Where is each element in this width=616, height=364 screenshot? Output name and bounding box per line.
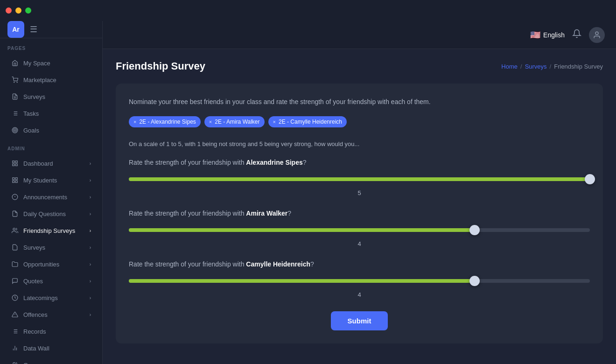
- sidebar-item-tasks[interactable]: Tasks: [4, 105, 98, 121]
- svg-rect-17: [13, 178, 14, 180]
- sidebar-item-label: Quotes: [23, 278, 43, 285]
- slider-track-heidenreich[interactable]: [129, 279, 590, 283]
- hamburger-menu[interactable]: ☰: [30, 24, 37, 35]
- rating-label-sipes: Rate the strength of your friendship wit…: [129, 159, 590, 166]
- rating-block-heidenreich: Rate the strength of your friendship wit…: [129, 260, 590, 298]
- rating-block-sipes: Rate the strength of your friendship wit…: [129, 159, 590, 196]
- slider-fill-heidenreich: [129, 279, 475, 283]
- topbar: 🇺🇸 English: [103, 21, 616, 49]
- sidebar-item-dashboard[interactable]: Dashboard ›: [4, 155, 98, 171]
- slider-wrap-heidenreich: [129, 274, 590, 287]
- close-button[interactable]: [6, 7, 12, 14]
- sidebar-item-records[interactable]: Records: [4, 323, 98, 339]
- sidebar-item-surveys-admin[interactable]: Surveys ›: [4, 239, 98, 255]
- svg-point-11: [14, 129, 17, 132]
- breadcrumb-sep-2: /: [550, 63, 552, 70]
- chevron-right-icon: ›: [90, 245, 91, 250]
- svg-rect-19: [13, 181, 14, 182]
- remove-tag-1[interactable]: ×: [209, 119, 212, 125]
- slider-thumb-sipes[interactable]: [585, 174, 595, 184]
- slider-track-sipes[interactable]: [129, 177, 590, 181]
- survey-card: Nominate your three best friends in your…: [116, 84, 603, 343]
- sidebar-item-groups[interactable]: Groups: [4, 357, 98, 364]
- slider-fill-walker: [129, 228, 475, 232]
- user-avatar[interactable]: [589, 27, 605, 43]
- friend-tag-0[interactable]: × 2E - Alexandrine Sipes: [129, 116, 201, 127]
- chevron-right-icon: ›: [90, 312, 91, 317]
- groups-icon: [11, 361, 19, 364]
- survey-description: Nominate your three best friends in your…: [129, 97, 590, 107]
- sidebar-item-daily-questions[interactable]: Daily Questions ›: [4, 206, 98, 222]
- sidebar-item-surveys[interactable]: Surveys: [4, 89, 98, 105]
- sidebar-item-goals[interactable]: Goals: [4, 122, 98, 138]
- scale-description: On a scale of 1 to 5, with 1 being not s…: [129, 140, 590, 147]
- svg-point-0: [14, 82, 14, 83]
- page-content: Friendship Survey Home / Surveys / Frien…: [103, 49, 616, 364]
- sidebar-item-opportunities[interactable]: Opportunities ›: [4, 256, 98, 272]
- records-icon: [11, 328, 19, 335]
- marketplace-icon: [11, 76, 19, 84]
- chevron-right-icon: ›: [90, 295, 91, 301]
- titlebar: [0, 0, 616, 21]
- sidebar-item-my-students[interactable]: My Students ›: [4, 172, 98, 188]
- breadcrumb-current: Friendship Survey: [554, 63, 603, 70]
- svg-rect-14: [15, 161, 17, 163]
- opportunities-icon: [11, 260, 19, 268]
- surveys-admin-icon: [11, 244, 19, 251]
- friend-tag-1[interactable]: × 2E - Amira Walker: [204, 116, 265, 127]
- slider-thumb-heidenreich[interactable]: [469, 276, 480, 286]
- svg-rect-16: [15, 164, 17, 166]
- slider-thumb-walker[interactable]: [469, 225, 480, 235]
- chevron-right-icon: ›: [90, 279, 91, 284]
- breadcrumb-sep-1: /: [520, 63, 522, 70]
- slider-track-walker[interactable]: [129, 228, 590, 232]
- breadcrumb-surveys[interactable]: Surveys: [525, 63, 547, 70]
- sidebar-item-friendship-surveys[interactable]: Friendship Surveys ›: [4, 223, 98, 238]
- sidebar-item-quotes[interactable]: Quotes ›: [4, 273, 98, 289]
- home-icon: [11, 59, 19, 67]
- svg-point-24: [13, 228, 15, 231]
- svg-point-12: [14, 130, 15, 131]
- language-label: English: [543, 31, 565, 39]
- notifications-bell[interactable]: [572, 29, 581, 41]
- remove-tag-2[interactable]: ×: [273, 119, 276, 125]
- svg-rect-20: [15, 181, 17, 182]
- sidebar-item-label: Dashboard: [23, 160, 53, 167]
- sidebar-item-latecomings[interactable]: Latecomings ›: [4, 290, 98, 306]
- sidebar-item-label: Groups: [23, 362, 43, 364]
- students-icon: [11, 176, 19, 184]
- latecomings-icon: [11, 294, 19, 301]
- sidebar-item-offences[interactable]: Offences ›: [4, 307, 98, 322]
- breadcrumb: Home / Surveys / Friendship Survey: [501, 63, 603, 70]
- page-title: Friendship Survey: [116, 60, 205, 72]
- language-selector[interactable]: 🇺🇸 English: [530, 30, 565, 40]
- sidebar-header: Ar ☰: [0, 21, 102, 38]
- rating-block-walker: Rate the strength of your friendship wit…: [129, 210, 590, 247]
- rating-label-heidenreich: Rate the strength of your friendship wit…: [129, 260, 590, 268]
- rating-label-walker: Rate the strength of your friendship wit…: [129, 210, 590, 217]
- sidebar-item-label: Tasks: [23, 110, 39, 117]
- sidebar-item-label: Opportunities: [23, 261, 59, 268]
- flag-icon: 🇺🇸: [530, 30, 540, 40]
- sidebar-item-my-space[interactable]: My Space: [4, 55, 98, 71]
- page-header: Friendship Survey Home / Surveys / Frien…: [116, 60, 603, 72]
- chevron-right-icon: ›: [90, 161, 91, 166]
- slider-wrap-walker: [129, 224, 590, 237]
- sidebar-logo: Ar: [7, 21, 24, 38]
- main-content: 🇺🇸 English Friendship Survey Home / Surv…: [103, 21, 616, 364]
- breadcrumb-home[interactable]: Home: [501, 63, 518, 70]
- remove-tag-0[interactable]: ×: [133, 119, 136, 125]
- minimize-button[interactable]: [15, 7, 21, 14]
- sidebar-item-data-wall[interactable]: Data Wall: [4, 340, 98, 356]
- chevron-right-icon: ›: [90, 262, 91, 267]
- friend-tag-2[interactable]: × 2E - Camylle Heidenreich: [268, 116, 347, 127]
- sidebar-item-label: My Students: [23, 177, 57, 184]
- admin-section-label: Admin: [0, 139, 102, 155]
- sidebar-item-announcements[interactable]: Announcements ›: [4, 189, 98, 205]
- sidebar-item-marketplace[interactable]: Marketplace: [4, 72, 98, 88]
- quotes-icon: [11, 277, 19, 285]
- sidebar-item-label: Records: [23, 328, 46, 335]
- slider-fill-sipes: [129, 177, 590, 181]
- maximize-button[interactable]: [25, 7, 31, 14]
- submit-button[interactable]: Submit: [331, 311, 388, 330]
